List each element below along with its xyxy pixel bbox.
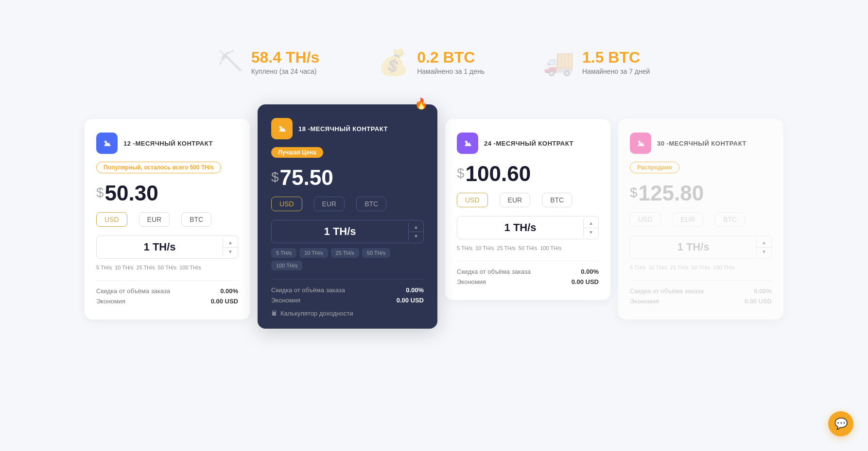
preset-tag-25THs-plan-12[interactable]: 25 TH/s	[137, 264, 155, 271]
hashrate-value-plan-12: 1 TH/s	[97, 236, 223, 258]
hashrate-label: Куплено (за 24 часа)	[251, 67, 320, 75]
discount-label-plan-30: Скидка от объёма заказа	[630, 287, 704, 295]
discount-value-plan-24: 0.00%	[581, 268, 599, 275]
preset-tag-100THs-plan-30[interactable]: 100 TH/s	[713, 264, 734, 271]
currency-btn-eur-plan-24[interactable]: EUR	[500, 193, 531, 207]
savings-row-plan-18: Экономия 0.00 USD	[271, 297, 424, 304]
preset-tag-10THs-plan-12[interactable]: 10 TH/s	[115, 264, 133, 271]
stats-section: ⛏ 58.4 TH/s Куплено (за 24 часа) 💰 0.2 B…	[29, 39, 839, 85]
hashrate-up-plan-24[interactable]: ▲	[584, 219, 598, 228]
plan-title-plan-18: 18 -МЕСЯЧНЫЙ КОНТРАКТ	[298, 125, 388, 133]
preset-tag-10THs-plan-18[interactable]: 10 TH/s	[299, 248, 328, 258]
hashrate-up-plan-18[interactable]: ▲	[409, 223, 423, 232]
currency-btn-eur-plan-30[interactable]: EUR	[673, 212, 704, 227]
hashrate-icon: ⛏	[218, 50, 243, 75]
savings-row-plan-30: Экономия 0.00 USD	[630, 298, 772, 305]
currency-btn-usd-plan-12[interactable]: USD	[96, 212, 127, 227]
savings-label-plan-30: Экономия	[630, 298, 659, 305]
plan-stats-plan-30: Скидка от объёма заказа 0.00% Экономия 0…	[630, 280, 772, 305]
calc-link-plan-18[interactable]: 🖩 Калькулятор доходности	[271, 310, 424, 317]
preset-tag-100THs-plan-18[interactable]: 100 TH/s	[271, 261, 302, 270]
preset-tag-50THs-plan-30[interactable]: 50 TH/s	[692, 264, 710, 271]
savings-label-plan-24: Экономия	[457, 278, 486, 285]
plan-stats-plan-24: Скидка от объёма заказа 0.00% Экономия 0…	[457, 261, 599, 285]
plan-title-plan-24: 24 -МЕСЯЧНЫЙ КОНТРАКТ	[484, 140, 573, 147]
price-main-plan-30: 125.80	[639, 181, 704, 205]
hashrate-content: 58.4 TH/s Куплено (за 24 часа)	[251, 49, 320, 75]
preset-tag-50THs-plan-18[interactable]: 50 TH/s	[362, 248, 390, 258]
plan-header-plan-12: 12 -МЕСЯЧНЫЙ КОНТРАКТ	[96, 133, 238, 154]
plan-icon-plan-12	[96, 133, 118, 154]
svg-point-2	[465, 141, 468, 143]
discount-row-plan-24: Скидка от объёма заказа 0.00%	[457, 268, 599, 275]
currency-btn-eur-plan-18[interactable]: EUR	[314, 197, 345, 211]
price-main-plan-24: 100.60	[466, 162, 531, 186]
discount-value-plan-30: 0.00%	[754, 287, 772, 295]
hashrate-up-plan-12[interactable]: ▲	[223, 238, 238, 248]
btc-week-icon: 🚚	[543, 50, 574, 75]
savings-value-plan-18: 0.00 USD	[397, 297, 424, 304]
preset-tag-5THs-plan-18[interactable]: 5 TH/s	[271, 248, 296, 258]
currency-btn-btc-plan-18[interactable]: BTC	[356, 197, 386, 211]
hashrate-row-plan-18: 1 TH/s ▲ ▼	[271, 220, 424, 243]
plan-header-plan-18: 18 -МЕСЯЧНЫЙ КОНТРАКТ	[271, 118, 424, 139]
preset-tag-5THs-plan-12[interactable]: 5 TH/s	[96, 264, 112, 271]
price-dollar-plan-12: $	[96, 185, 104, 200]
currency-btn-eur-plan-12[interactable]: EUR	[139, 212, 170, 227]
preset-tag-10THs-plan-30[interactable]: 10 TH/s	[648, 264, 667, 271]
savings-value-plan-30: 0.00 USD	[745, 298, 772, 305]
svg-point-1	[279, 126, 282, 129]
preset-tag-25THs-plan-18[interactable]: 25 TH/s	[331, 248, 359, 258]
preset-tags-plan-24: 5 TH/s10 TH/s25 TH/s50 TH/s100 TH/s	[457, 244, 599, 252]
plan-badge-plan-12: Популярный, осталось всего 500 TH/s	[96, 162, 221, 173]
preset-tag-25THs-plan-30[interactable]: 25 TH/s	[670, 264, 689, 271]
hashrate-up-plan-30[interactable]: ▲	[757, 238, 771, 248]
chat-button[interactable]: 💬	[828, 411, 853, 436]
price-dollar-plan-30: $	[630, 185, 638, 200]
savings-row-plan-12: Экономия 0.00 USD	[96, 298, 238, 305]
plan-card-plan-24: 24 -МЕСЯЧНЫЙ КОНТРАКТ $ 100.60 USDEURBTC…	[445, 119, 610, 300]
preset-tag-25THs-plan-24[interactable]: 25 TH/s	[497, 244, 516, 252]
hashrate-value-plan-24: 1 TH/s	[457, 217, 583, 239]
plan-icon-plan-30	[630, 133, 651, 154]
stat-item-btc-day: 💰 0.2 BTC Намайнено за 1 день	[378, 49, 485, 75]
currency-btn-btc-plan-24[interactable]: BTC	[542, 193, 572, 207]
hashrate-down-plan-12[interactable]: ▼	[223, 248, 238, 256]
preset-tag-5THs-plan-30[interactable]: 5 TH/s	[630, 264, 645, 271]
savings-label-plan-18: Экономия	[271, 297, 300, 304]
plan-card-plan-18: 🔥 18 -МЕСЯЧНЫЙ КОНТРАКТ Лучшая Цена $ 75…	[258, 104, 437, 329]
preset-tag-5THs-plan-24[interactable]: 5 TH/s	[457, 244, 472, 252]
currency-row-plan-24: USDEURBTC	[457, 193, 599, 207]
hashrate-controls-plan-18: ▲ ▼	[408, 223, 423, 241]
hashrate-down-plan-18[interactable]: ▼	[409, 232, 423, 241]
preset-tag-50THs-plan-12[interactable]: 50 TH/s	[158, 264, 176, 271]
hashrate-row-plan-12: 1 TH/s ▲ ▼	[96, 235, 238, 259]
price-main-plan-18: 75.50	[280, 166, 333, 190]
preset-tags-plan-30: 5 TH/s10 TH/s25 TH/s50 TH/s100 TH/s	[630, 264, 772, 271]
plan-title-plan-30: 30 -МЕСЯЧНЫЙ КОНТРАКТ	[657, 140, 746, 147]
currency-btn-btc-plan-12[interactable]: BTC	[181, 212, 211, 227]
hashrate-controls-plan-30: ▲ ▼	[756, 238, 771, 256]
hashrate-controls-plan-12: ▲ ▼	[223, 238, 238, 256]
currency-btn-usd-plan-30[interactable]: USD	[630, 212, 661, 227]
hashrate-row-plan-24: 1 TH/s ▲ ▼	[457, 216, 599, 239]
plan-badge-plan-30: Распродано	[630, 162, 679, 173]
plan-price-plan-18: $ 75.50	[271, 166, 424, 190]
preset-tag-100THs-plan-12[interactable]: 100 TH/s	[179, 264, 201, 271]
preset-tag-10THs-plan-24[interactable]: 10 TH/s	[475, 244, 494, 252]
discount-label-plan-12: Скидка от объёма заказа	[96, 287, 170, 295]
hashrate-value: 58.4 TH/s	[251, 49, 320, 67]
btc-day-icon: 💰	[378, 50, 409, 75]
hashrate-down-plan-30[interactable]: ▼	[757, 248, 771, 256]
plans-section: 12 -МЕСЯЧНЫЙ КОНТРАКТ Популярный, остало…	[29, 104, 839, 329]
currency-btn-usd-plan-24[interactable]: USD	[457, 193, 488, 207]
plan-title-plan-12: 12 -МЕСЯЧНЫЙ КОНТРАКТ	[123, 140, 213, 147]
preset-tag-50THs-plan-24[interactable]: 50 TH/s	[519, 244, 537, 252]
currency-btn-usd-plan-18[interactable]: USD	[271, 197, 302, 211]
price-dollar-plan-18: $	[271, 169, 279, 185]
hashrate-down-plan-24[interactable]: ▼	[584, 228, 598, 237]
discount-label-plan-24: Скидка от объёма заказа	[457, 268, 531, 275]
currency-btn-btc-plan-30[interactable]: BTC	[715, 212, 745, 227]
preset-tag-100THs-plan-24[interactable]: 100 TH/s	[540, 244, 561, 252]
btc-week-label: Намайнено за 7 дней	[582, 67, 650, 75]
